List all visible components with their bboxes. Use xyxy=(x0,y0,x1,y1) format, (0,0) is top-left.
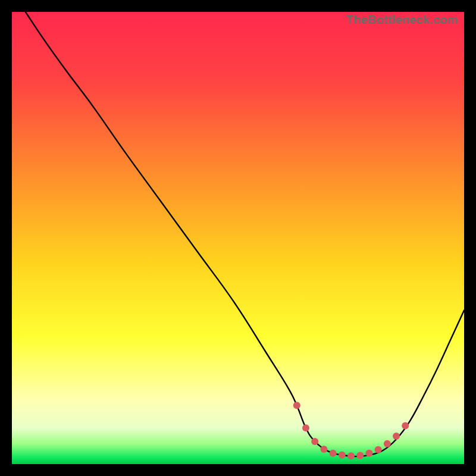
valley-dot xyxy=(384,440,391,447)
valley-dot xyxy=(339,452,346,459)
valley-dot xyxy=(375,446,382,453)
valley-dot xyxy=(320,446,327,453)
valley-dot xyxy=(347,452,355,459)
valley-dot xyxy=(365,450,372,457)
chart-canvas xyxy=(12,12,464,464)
valley-dot xyxy=(356,452,364,459)
chart-frame: TheBottleneck.com xyxy=(12,12,464,464)
watermark-text: TheBottleneck.com xyxy=(346,13,458,27)
valley-dot xyxy=(311,438,318,445)
valley-dot xyxy=(293,402,300,409)
valley-dot xyxy=(393,433,400,440)
valley-dot xyxy=(330,450,337,457)
valley-dot xyxy=(302,424,309,431)
gradient-background xyxy=(12,12,464,464)
valley-dot xyxy=(402,422,409,429)
